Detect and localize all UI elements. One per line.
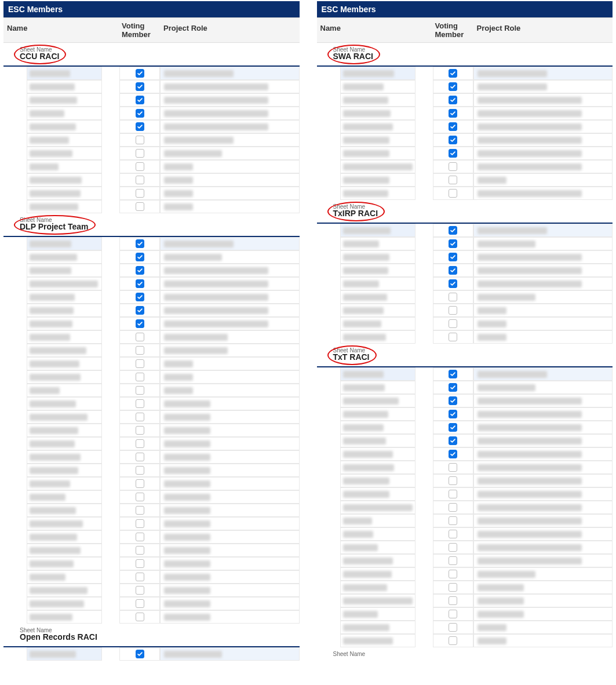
cell-name[interactable] — [340, 224, 415, 237]
cell-voting[interactable] — [433, 407, 473, 421]
cell-voting[interactable] — [433, 394, 473, 407]
cell-name[interactable] — [340, 237, 415, 250]
checkbox-icon[interactable] — [449, 176, 457, 184]
cell-voting[interactable] — [433, 173, 473, 187]
cell-role[interactable] — [473, 120, 613, 133]
table-row[interactable] — [317, 367, 613, 381]
checkbox-icon[interactable] — [136, 466, 144, 475]
cell-name[interactable] — [340, 147, 415, 160]
cell-name[interactable] — [27, 277, 102, 290]
cell-name[interactable] — [27, 133, 102, 147]
cell-role[interactable] — [473, 567, 613, 581]
cell-role[interactable] — [160, 530, 300, 544]
cell-role[interactable] — [160, 147, 300, 160]
cell-role[interactable] — [473, 317, 613, 330]
cell-voting[interactable] — [433, 224, 473, 237]
cell-role[interactable] — [160, 160, 300, 173]
cell-name[interactable] — [27, 80, 102, 93]
checkbox-icon[interactable] — [136, 506, 144, 515]
cell-name[interactable] — [27, 584, 102, 597]
checkbox-icon[interactable] — [449, 279, 457, 288]
cell-role[interactable] — [160, 173, 300, 187]
checkbox-icon[interactable] — [449, 293, 457, 301]
table-row[interactable] — [317, 447, 613, 461]
table-row[interactable] — [3, 187, 300, 200]
table-row[interactable] — [3, 237, 300, 250]
cell-voting[interactable] — [433, 304, 473, 317]
cell-role[interactable] — [473, 527, 613, 541]
cell-role[interactable] — [160, 504, 300, 517]
cell-voting[interactable] — [433, 187, 473, 200]
cell-name[interactable] — [340, 541, 415, 554]
cell-voting[interactable] — [119, 120, 160, 133]
table-row[interactable] — [3, 147, 300, 160]
cell-name[interactable] — [27, 504, 102, 517]
checkbox-icon[interactable] — [136, 399, 144, 408]
cell-name[interactable] — [340, 434, 415, 447]
cell-voting[interactable] — [119, 370, 160, 384]
cell-name[interactable] — [340, 93, 415, 107]
cell-role[interactable] — [160, 370, 300, 384]
checkbox-icon[interactable] — [449, 333, 457, 341]
cell-role[interactable] — [160, 544, 300, 557]
cell-voting[interactable] — [119, 477, 160, 490]
table-row[interactable] — [3, 290, 300, 304]
cell-voting[interactable] — [433, 160, 473, 173]
cell-voting[interactable] — [433, 330, 473, 344]
cell-role[interactable] — [473, 394, 613, 407]
checkbox-icon[interactable] — [136, 533, 144, 541]
cell-name[interactable] — [340, 120, 415, 133]
cell-voting[interactable] — [119, 344, 160, 357]
cell-voting[interactable] — [119, 464, 160, 477]
table-row[interactable] — [317, 93, 613, 107]
checkbox-icon[interactable] — [136, 546, 144, 555]
cell-role[interactable] — [473, 67, 613, 80]
table-row[interactable] — [3, 544, 300, 557]
cell-name[interactable] — [340, 421, 415, 434]
table-row[interactable] — [3, 610, 300, 624]
table-row[interactable] — [3, 557, 300, 570]
table-row[interactable] — [317, 147, 613, 160]
cell-role[interactable] — [473, 107, 613, 120]
checkbox-icon[interactable] — [136, 96, 144, 104]
cell-voting[interactable] — [119, 317, 160, 330]
cell-name[interactable] — [340, 567, 415, 581]
checkbox-icon[interactable] — [449, 516, 457, 525]
checkbox-icon[interactable] — [449, 306, 457, 315]
cell-role[interactable] — [160, 610, 300, 624]
checkbox-icon[interactable] — [136, 82, 144, 91]
table-row[interactable] — [317, 581, 613, 594]
cell-voting[interactable] — [119, 410, 160, 424]
cell-role[interactable] — [473, 277, 613, 290]
checkbox-icon[interactable] — [449, 396, 457, 405]
cell-role[interactable] — [160, 424, 300, 437]
cell-role[interactable] — [473, 541, 613, 554]
cell-role[interactable] — [473, 621, 613, 634]
cell-voting[interactable] — [119, 517, 160, 530]
checkbox-icon[interactable] — [136, 149, 144, 158]
cell-voting[interactable] — [433, 67, 473, 80]
cell-name[interactable] — [340, 514, 415, 527]
cell-role[interactable] — [160, 200, 300, 213]
cell-voting[interactable] — [433, 461, 473, 474]
table-row[interactable] — [317, 474, 613, 487]
cell-name[interactable] — [340, 304, 415, 317]
table-row[interactable] — [3, 597, 300, 610]
cell-name[interactable] — [27, 464, 102, 477]
cell-voting[interactable] — [119, 237, 160, 250]
cell-voting[interactable] — [119, 250, 160, 264]
checkbox-icon[interactable] — [136, 176, 144, 184]
table-row[interactable] — [317, 421, 613, 434]
checkbox-icon[interactable] — [136, 479, 144, 488]
checkbox-icon[interactable] — [449, 570, 457, 578]
checkbox-icon[interactable] — [449, 383, 457, 392]
cell-name[interactable] — [27, 530, 102, 544]
cell-name[interactable] — [27, 557, 102, 570]
cell-role[interactable] — [160, 277, 300, 290]
checkbox-icon[interactable] — [449, 596, 457, 605]
table-row[interactable] — [3, 80, 300, 93]
cell-name[interactable] — [27, 647, 102, 661]
cell-voting[interactable] — [433, 581, 473, 594]
cell-voting[interactable] — [433, 237, 473, 250]
cell-role[interactable] — [473, 594, 613, 607]
